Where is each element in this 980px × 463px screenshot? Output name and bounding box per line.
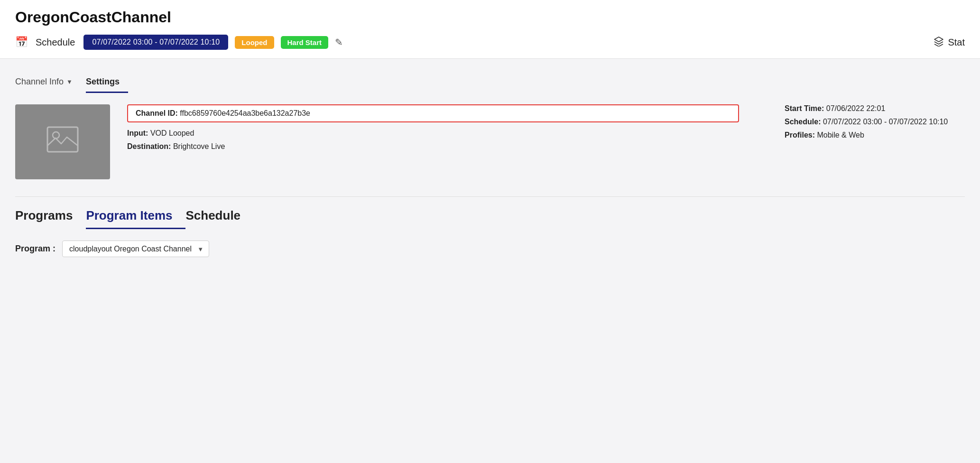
destination-label: Destination: (127, 142, 171, 150)
main-content: Channel Info ▼ Settings (0, 59, 980, 257)
destination-value: Brightcove Live (173, 142, 225, 150)
meta-schedule-value: 07/07/2022 03:00 - 07/07/2022 10:10 (823, 118, 948, 126)
start-time-label: Start Time: (785, 104, 824, 112)
tab-program-items-label: Program Items (86, 208, 172, 222)
looped-badge: Looped (235, 36, 274, 49)
header: OregonCoastChannel 📅 Schedule 07/07/2022… (0, 0, 980, 59)
start-time-value: 07/06/2022 22:01 (826, 104, 886, 112)
app-title: OregonCoastChannel (15, 9, 965, 26)
profiles-label: Profiles: (785, 131, 815, 139)
stat-label: Stat (948, 37, 965, 48)
date-range-badge[interactable]: 07/07/2022 03:00 - 07/07/2022 10:10 (83, 35, 228, 50)
meta-schedule-label: Schedule: (785, 118, 821, 126)
calendar-icon: 📅 (15, 36, 28, 48)
channel-details: Channel ID: ffbc6859760e4254aa3be6a132a2… (127, 104, 739, 151)
tab-programs[interactable]: Programs (15, 208, 86, 229)
svg-point-1 (53, 132, 59, 139)
layers-icon (934, 36, 944, 49)
page-wrapper: OregonCoastChannel 📅 Schedule 07/07/2022… (0, 0, 980, 463)
header-toolbar-left: 📅 Schedule 07/07/2022 03:00 - 07/07/2022… (15, 35, 343, 50)
thumbnail (15, 104, 110, 179)
channel-id-value: ffbc6859760e4254aa3be6a132a27b3e (180, 109, 310, 117)
program-select-label: Program : (15, 244, 55, 254)
hard-start-badge: Hard Start (281, 36, 329, 49)
header-toolbar-right: Stat (934, 36, 965, 49)
channel-meta: Start Time: 07/06/2022 22:01 Schedule: 0… (785, 104, 965, 139)
tab-programs-label: Programs (15, 208, 73, 222)
channel-id-box: Channel ID: ffbc6859760e4254aa3be6a132a2… (127, 104, 739, 122)
svg-rect-0 (47, 127, 78, 152)
divider (15, 196, 965, 197)
start-time-row: Start Time: 07/06/2022 22:01 (785, 104, 965, 113)
channel-id-label: Channel ID: (136, 109, 178, 117)
destination-row: Destination: Brightcove Live (127, 142, 739, 151)
tab-schedule-label: Schedule (185, 208, 240, 222)
schedule-row: Schedule: 07/07/2022 03:00 - 07/07/2022 … (785, 118, 965, 126)
input-value: VOD Looped (150, 129, 194, 137)
tab-schedule[interactable]: Schedule (185, 208, 254, 229)
bottom-tabs: Programs Program Items Schedule (15, 208, 965, 229)
tab-settings-label: Settings (86, 77, 120, 86)
program-select[interactable]: cloudplayout Oregon Coast Channel (62, 241, 209, 257)
image-placeholder-icon (46, 126, 79, 158)
tab-program-items[interactable]: Program Items (86, 208, 185, 229)
tab-channel-info-label: Channel Info (15, 77, 64, 87)
profiles-row: Profiles: Mobile & Web (785, 131, 965, 139)
profiles-value: Mobile & Web (817, 131, 864, 139)
tab-channel-info[interactable]: Channel Info ▼ (15, 72, 81, 93)
channel-info-section: Channel ID: ffbc6859760e4254aa3be6a132a2… (15, 104, 965, 179)
input-row: Input: VOD Looped (127, 129, 739, 138)
input-label: Input: (127, 129, 148, 137)
edit-icon[interactable]: ✎ (335, 37, 343, 48)
header-toolbar: 📅 Schedule 07/07/2022 03:00 - 07/07/2022… (15, 35, 965, 58)
chevron-down-icon: ▼ (66, 78, 73, 85)
tab-settings[interactable]: Settings (86, 72, 128, 93)
program-select-row: Program : cloudplayout Oregon Coast Chan… (15, 241, 965, 257)
top-tabs-row: Channel Info ▼ Settings (15, 72, 965, 93)
select-wrapper: cloudplayout Oregon Coast Channel ▼ (62, 241, 209, 257)
schedule-label: Schedule (36, 37, 75, 48)
